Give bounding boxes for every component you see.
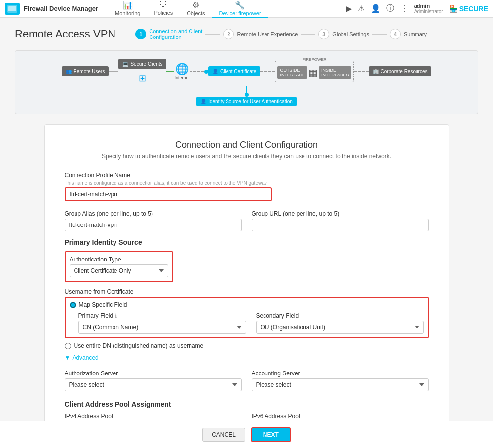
next-button[interactable]: NEXT <box>251 427 291 442</box>
topology-diagram: 👥 Remote Users 💻 Secure Clients ⊞ 🌐 I <box>15 50 478 114</box>
topo-dashes-2 <box>260 71 275 72</box>
accounting-col: Accounting Server Please select <box>252 370 429 391</box>
topo-arrow-2 <box>166 71 174 72</box>
primary-identity-group: Primary Identity Source Authentication T… <box>65 238 429 361</box>
authorization-select[interactable]: Please select <box>65 378 242 391</box>
topo-corporate: 🏢 Corporate Resources <box>369 66 431 76</box>
authorization-label: Authorization Server <box>65 370 242 377</box>
primary-field-col: Primary Field ℹ CN (Common Name) OU (Org… <box>78 312 246 334</box>
user-info: admin Administrator <box>414 3 443 14</box>
primary-info-icon[interactable]: ℹ <box>115 313 117 319</box>
primary-field-label: Primary Field ℹ <box>78 312 246 319</box>
client-pool-header: Client Address Pool Assignment <box>65 400 429 408</box>
nav-tabs: 📊 Monitoring 🛡 Policies ⚙ Objects 🔧 Devi… <box>108 0 268 18</box>
alert-icon[interactable]: ⚠ <box>358 4 365 13</box>
use-dn-radio-input[interactable] <box>65 343 71 349</box>
objects-icon: ⚙ <box>192 0 199 10</box>
form-area: Connection and Client Configuration Spec… <box>44 124 449 448</box>
form-title: Connection and Client Configuration <box>65 140 429 150</box>
app-title: Firewall Device Manager <box>24 5 98 12</box>
topo-dashes-1 <box>190 70 208 74</box>
user-icon[interactable]: 👤 <box>371 4 380 13</box>
secondary-field-col: Secondary Field OU (Organisational Unit)… <box>256 312 424 334</box>
cisco-logo: 🏪 SECURE <box>449 5 488 13</box>
step-3-num: 3 <box>318 29 329 39</box>
ipv6-label: IPv6 Address Pool <box>252 413 429 420</box>
topo-client-cert: 👤 Client Certificate <box>208 66 260 76</box>
secondary-field-label: Secondary Field <box>256 312 424 319</box>
step-4-num: 4 <box>390 29 401 39</box>
cancel-button[interactable]: CANCEL <box>202 428 245 442</box>
top-navigation: Firewall Device Manager 📊 Monitoring 🛡 P… <box>0 0 493 18</box>
step-4-label: Summary <box>404 31 427 37</box>
username-cert-group: Username from Certificate Map Specific F… <box>65 288 429 361</box>
app-logo: Firewall Device Manager <box>5 3 98 15</box>
device-icon: 🔧 <box>235 0 245 10</box>
step-3-label: Global Settings <box>332 31 369 37</box>
group-alias-input[interactable] <box>65 219 242 231</box>
wizard-step-4: 4 Summary <box>390 29 427 39</box>
step-1-label: Connection and ClientConfiguration <box>149 28 202 40</box>
map-specific-radio: Map Specific Field <box>70 301 424 308</box>
step-sep-3 <box>372 34 387 35</box>
more-icon[interactable]: ⋮ <box>400 4 408 13</box>
svg-rect-1 <box>8 6 16 11</box>
auth-type-label: Authentication Type <box>70 256 168 263</box>
use-dn-radio: Use entire DN (distinguished name) as us… <box>65 342 429 349</box>
step-1-num: 1 <box>135 29 146 39</box>
page-title: Remote Access VPN <box>15 28 115 40</box>
primary-field-select[interactable]: CN (Common Name) OU (Organisational Unit… <box>78 321 246 334</box>
map-specific-radio-input[interactable] <box>70 302 76 308</box>
group-url-label: Group URL (one per line, up to 5) <box>252 210 429 217</box>
topo-remote-users: 👥 Remote Users <box>62 66 109 76</box>
group-alias-label: Group Alias (one per line, up to 5) <box>65 210 242 217</box>
group-url-col: Group URL (one per line, up to 5) <box>252 210 429 231</box>
secondary-field-select[interactable]: OU (Organisational Unit) CN (Common Name… <box>256 321 424 334</box>
username-cert-box: Map Specific Field Primary Field ℹ CN (C… <box>65 297 429 338</box>
ipv4-label: IPv4 Address Pool <box>65 413 242 420</box>
step-2-num: 2 <box>223 29 234 39</box>
accounting-select[interactable]: Please select <box>252 378 429 391</box>
advanced-link[interactable]: ▼ Advanced <box>65 354 429 361</box>
terminal-icon[interactable]: ▶ <box>346 4 352 13</box>
monitoring-icon: 📊 <box>123 0 133 10</box>
tab-device[interactable]: 🔧 Device: firepower <box>212 0 268 18</box>
connection-profile-input[interactable] <box>65 187 272 201</box>
windows-icon: ⊞ <box>139 73 146 84</box>
wizard-steps: 1 Connection and ClientConfiguration 2 R… <box>135 28 427 40</box>
primary-identity-header: Primary Identity Source <box>65 238 429 246</box>
topo-internet: 🌐 Internet <box>174 63 190 80</box>
step-sep-1 <box>205 34 220 35</box>
connection-profile-sublabel: This name is configured as a connection … <box>65 180 429 186</box>
page-header: Remote Access VPN 1 Connection and Clien… <box>15 28 478 40</box>
auth-type-select[interactable]: Client Certificate Only AAA Only AAA and… <box>70 264 168 277</box>
wizard-step-3: 3 Global Settings <box>318 29 369 39</box>
auth-type-box: Authentication Type Client Certificate O… <box>65 251 173 282</box>
main-content: Remote Access VPN 1 Connection and Clien… <box>0 18 493 448</box>
form-desc: Specify how to authenticate remote users… <box>65 153 429 160</box>
logo-icon <box>5 3 20 15</box>
auth-accounting-row: Authorization Server Please select Accou… <box>65 370 429 391</box>
topo-firepower-box: FIREPOWER OUTSIDEINTERFACE ▦ INSIDEINTER… <box>275 61 354 82</box>
authorization-col: Authorization Server Please select <box>65 370 242 391</box>
username-cert-label: Username from Certificate <box>65 288 429 295</box>
group-url-input[interactable] <box>252 219 429 231</box>
step-sep-2 <box>301 34 315 35</box>
nav-right: ▶ ⚠ 👤 ⓘ ⋮ admin Administrator 🏪 SECURE <box>346 3 488 14</box>
topo-dashes-3 <box>354 71 369 72</box>
policies-icon: 🛡 <box>159 0 167 9</box>
field-row: Primary Field ℹ CN (Common Name) OU (Org… <box>78 312 424 334</box>
topo-secure-clients: 💻 Secure Clients ⊞ <box>118 59 166 84</box>
tab-policies[interactable]: 🛡 Policies <box>147 0 180 18</box>
wizard-step-1: 1 Connection and ClientConfiguration <box>135 28 202 40</box>
accounting-label: Accounting Server <box>252 370 429 377</box>
footer-bar: CANCEL NEXT <box>0 421 493 448</box>
topo-identity-row: 👤 Identity Source for User Authenticatio… <box>25 86 468 106</box>
help-icon[interactable]: ⓘ <box>386 3 394 14</box>
wizard-step-2: 2 Remote User Experience <box>223 29 298 39</box>
tab-objects[interactable]: ⚙ Objects <box>180 0 212 18</box>
topo-arrow-1 <box>109 71 118 72</box>
group-row: Group Alias (one per line, up to 5) Grou… <box>65 210 429 231</box>
tab-monitoring[interactable]: 📊 Monitoring <box>108 0 147 18</box>
group-alias-col: Group Alias (one per line, up to 5) <box>65 210 242 231</box>
